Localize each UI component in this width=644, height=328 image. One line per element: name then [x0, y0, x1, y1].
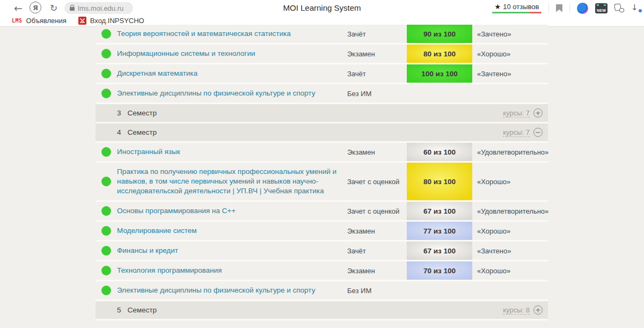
reviews-widget[interactable]: ★ 10 отзывов — [492, 3, 541, 13]
course-link[interactable]: Элективные дисциплины по физической куль… — [117, 286, 315, 295]
status-dot-icon — [101, 226, 111, 236]
course-name-cell: Дискретная математика — [117, 64, 347, 83]
status-cell — [96, 64, 117, 83]
score-badge: 80 из 100 — [407, 45, 472, 63]
grade-text: «Хорошо» — [472, 222, 548, 240]
status-dot-icon — [101, 147, 111, 157]
semester-label: Семестр — [128, 306, 157, 314]
address-bar[interactable]: lms.moi.edu.ru — [64, 2, 133, 14]
semester-label: Семестр — [128, 109, 157, 117]
status-cell — [96, 281, 117, 300]
expand-plus-icon[interactable]: + — [533, 108, 543, 118]
back-icon[interactable]: ← — [12, 2, 25, 14]
exam-type: Без ИМ — [347, 281, 407, 300]
course-row: Иностранный язык Экзамен 60 из 100 «Удов… — [96, 143, 548, 163]
status-dot-icon — [101, 177, 111, 186]
grade-text: «Зачтено» — [472, 242, 548, 260]
status-dot-icon — [101, 29, 111, 39]
semester-row: 3 Семестр курсы: 7 + — [96, 104, 548, 123]
score-badge: 100 из 100 — [407, 64, 472, 83]
grade-text: «Хорошо» — [472, 163, 548, 200]
course-link[interactable]: Теория вероятностей и математическая ста… — [117, 29, 291, 39]
course-link[interactable]: Технология программирования — [117, 266, 222, 275]
status-cell — [96, 84, 117, 103]
course-name-cell: Практика по получению первичных професси… — [117, 163, 347, 200]
status-cell — [96, 261, 117, 280]
score-badge: 67 из 100 — [407, 202, 472, 220]
exam-type: Экзамен — [347, 261, 407, 280]
rating-bar — [492, 12, 541, 13]
course-link[interactable]: Финансы и кредит — [117, 246, 178, 256]
course-row: Элективные дисциплины по физической куль… — [96, 281, 548, 301]
semester-row: 4 Семестр курсы: 7 − — [96, 123, 548, 143]
semester-number: 3 — [117, 109, 121, 117]
exam-type: Зачёт — [347, 242, 407, 260]
course-link[interactable]: Элективные дисциплины по физической куль… — [117, 89, 315, 98]
status-dot-icon — [101, 206, 111, 216]
course-row: Технология программирования Экзамен 70 и… — [96, 261, 548, 281]
status-cell — [96, 242, 117, 260]
status-dot-icon — [101, 286, 111, 295]
course-link[interactable]: Информационные системы и технологии — [117, 49, 255, 59]
course-row: Финансы и кредит Зачёт 67 из 100 «Зачтен… — [96, 242, 548, 261]
page-content: Теория вероятностей и математическая ста… — [0, 27, 644, 328]
course-link[interactable]: Моделирование систем — [117, 226, 197, 236]
exam-type: Экзамен — [347, 222, 407, 240]
download-dot — [639, 9, 642, 12]
collections-icon[interactable] — [614, 4, 624, 12]
lock-icon — [70, 7, 75, 11]
semester-label: Семестр — [128, 128, 157, 136]
course-name-cell: Моделирование систем — [117, 222, 347, 240]
bookmark-item-inpsycho[interactable]: Вход.INPSYCHO — [78, 17, 144, 25]
semester-number: 5 — [117, 306, 121, 314]
status-cell — [96, 222, 117, 240]
courses-count-link[interactable]: курсы: 7 — [503, 128, 530, 137]
grades-table: Теория вероятностей и математическая ста… — [96, 25, 548, 320]
score-badge: 70 из 100 — [407, 261, 472, 280]
refresh-icon[interactable]: ↻ — [47, 2, 60, 14]
status-cell — [96, 25, 117, 43]
course-row: Теория вероятностей и математическая ста… — [96, 25, 548, 45]
status-dot-icon — [101, 69, 111, 78]
course-name-cell: Элективные дисциплины по физической куль… — [117, 84, 347, 103]
course-row: Основы программирования на C++ Зачет с о… — [96, 202, 548, 222]
course-link[interactable]: Иностранный язык — [117, 147, 180, 157]
reviews-count: 10 отзывов — [503, 3, 539, 11]
course-row: Моделирование систем Экзамен 77 из 100 «… — [96, 222, 548, 242]
grade-text: «Хорошо» — [472, 45, 548, 63]
download-arrow: ↓ — [631, 3, 638, 12]
bookmark-item-announcements[interactable]: LMS Объявления — [12, 17, 67, 25]
bookmark-flag-icon[interactable] — [556, 4, 562, 12]
score-badge: 80 из 100 — [407, 163, 472, 200]
course-link[interactable]: Дискретная математика — [117, 69, 197, 78]
grade-text: «Хорошо» — [472, 261, 548, 280]
grade-text — [472, 84, 548, 103]
status-dot-icon — [101, 89, 111, 98]
course-name-cell: Иностранный язык — [117, 143, 347, 161]
collapse-minus-icon[interactable]: − — [533, 128, 543, 137]
browser-logo-icon[interactable] — [577, 3, 588, 14]
courses-count-link[interactable]: курсы: 7 — [503, 109, 530, 118]
courses-count-link[interactable]: курсы: 8 — [503, 306, 530, 315]
course-row: Информационные системы и технологии Экза… — [96, 45, 548, 64]
new-badge-icon[interactable]: NEW — [595, 3, 608, 13]
grade-text: «Удовлетворительно» — [472, 143, 548, 161]
course-name-cell: Финансы и кредит — [117, 242, 347, 260]
course-name-cell: Элективные дисциплины по физической куль… — [117, 281, 347, 300]
semester-row: 5 Семестр курсы: 8 + — [96, 301, 548, 320]
grade-text: «Зачтено» — [472, 25, 548, 43]
course-link[interactable]: Основы программирования на C++ — [117, 206, 236, 216]
course-name-cell: Информационные системы и технологии — [117, 45, 347, 63]
course-link[interactable]: Практика по получению первичных професси… — [117, 167, 341, 196]
exam-type: Экзамен — [347, 143, 407, 161]
download-icon[interactable]: ↓ — [631, 3, 641, 13]
grade-text: «Удовлетворительно» — [472, 202, 548, 220]
score-badge: 60 из 100 — [407, 143, 472, 161]
score-badge — [407, 281, 472, 300]
course-row: Элективные дисциплины по физической куль… — [96, 84, 548, 104]
lms-logo-icon: LMS — [12, 18, 23, 24]
bookmark-label: Вход.INPSYCHO — [90, 17, 144, 25]
expand-plus-icon[interactable]: + — [533, 305, 543, 315]
yandex-icon[interactable]: Я — [30, 2, 41, 13]
exam-type: Зачёт — [347, 64, 407, 83]
